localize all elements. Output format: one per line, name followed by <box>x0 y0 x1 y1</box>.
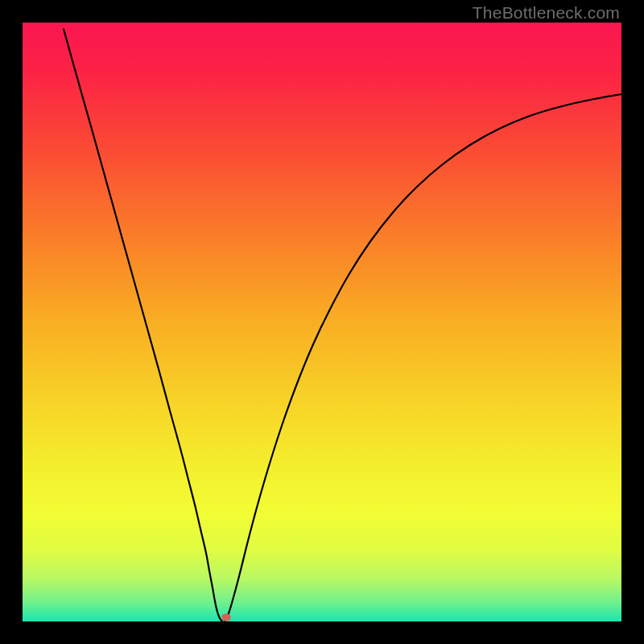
minimum-marker <box>222 614 231 621</box>
right-curve <box>225 94 621 621</box>
left-curve <box>64 29 222 621</box>
curve-layer <box>23 23 621 621</box>
watermark: TheBottleneck.com <box>473 3 620 23</box>
